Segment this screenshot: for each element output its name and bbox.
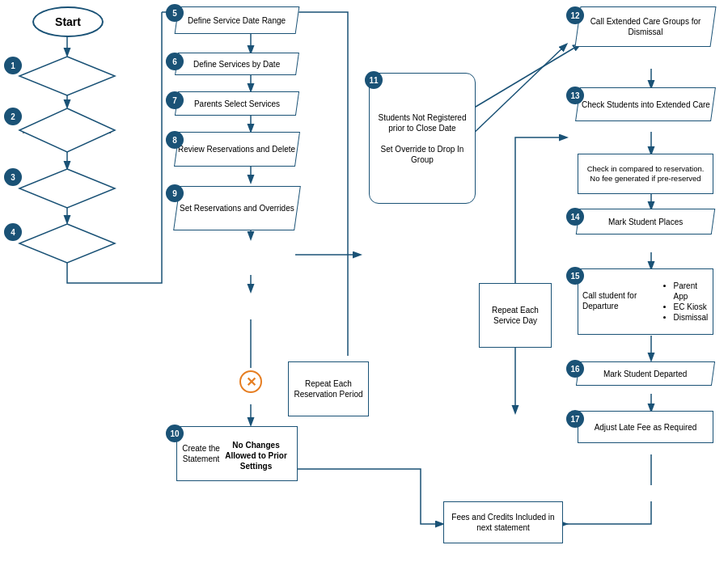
fees-credits-box: Fees and Credits Included in next statem…: [443, 501, 563, 543]
node-15: Call student for Departure Parent App EC…: [578, 268, 713, 335]
badge-11: 11: [365, 71, 383, 89]
svg-marker-25: [19, 169, 115, 208]
svg-line-22: [472, 44, 580, 109]
badge-5: 5: [166, 4, 184, 22]
diamond-svg-2: [18, 107, 116, 154]
badge-16: 16: [566, 360, 584, 378]
node-12: Call Extended Care Groups for Dismissal: [574, 6, 716, 47]
node-9: Set Reservations and Overrides: [173, 186, 301, 230]
badge-4: 4: [4, 223, 22, 241]
node-13b: Check in compared to reservation. No fee…: [578, 154, 713, 194]
node-11: Students Not Registered prior to Close D…: [369, 73, 476, 204]
badge-9: 9: [166, 184, 184, 202]
badge-17: 17: [566, 410, 584, 428]
svg-marker-24: [19, 108, 115, 152]
node-13: Check Students into Extended Care: [575, 87, 716, 121]
badge-8: 8: [166, 131, 184, 149]
badge-15: 15: [566, 267, 584, 285]
node-4: Define Places: [18, 222, 116, 264]
diamond-svg-4: [18, 222, 116, 264]
diamond-svg-1: [18, 55, 116, 97]
diagram: Start 1 Configure School 2 Assign Studen…: [0, 0, 728, 562]
svg-marker-26: [19, 224, 115, 263]
badge-7: 7: [166, 91, 184, 109]
node-7: Parents Select Services: [175, 91, 299, 116]
badge-3: 3: [4, 168, 22, 186]
badge-2: 2: [4, 108, 22, 125]
badge-6: 6: [166, 53, 184, 70]
badge-12: 12: [566, 6, 584, 24]
badge-10: 10: [166, 425, 184, 442]
node-6: Define Services by Date: [175, 53, 299, 75]
svg-marker-23: [19, 57, 115, 95]
badge-1: 1: [4, 57, 22, 74]
repeat-reservation-box: Repeat Each Reservation Period: [288, 361, 369, 416]
node-10: Create the Statement No Changes Allowed …: [176, 426, 298, 481]
node-8: Review Reservations and Delete: [174, 132, 300, 167]
node-17: Adjust Late Fee as Required: [578, 411, 713, 443]
repeat-x-icon: ✕: [239, 370, 262, 393]
node-16: Mark Student Departed: [576, 361, 715, 386]
node-3: Define Groups: [18, 167, 116, 209]
node-14: Mark Student Places: [576, 209, 715, 235]
start-node: Start: [32, 6, 104, 37]
repeat-service-day-box: Repeat Each Service Day: [479, 283, 552, 348]
svg-line-14: [469, 44, 566, 137]
node-1: Configure School: [18, 55, 116, 97]
node-2: Assign Student Licenses: [18, 107, 116, 154]
badge-14: 14: [566, 208, 584, 226]
diamond-svg-3: [18, 167, 116, 209]
badge-13: 13: [566, 87, 584, 104]
node-5: Define Service Date Range: [175, 6, 300, 34]
